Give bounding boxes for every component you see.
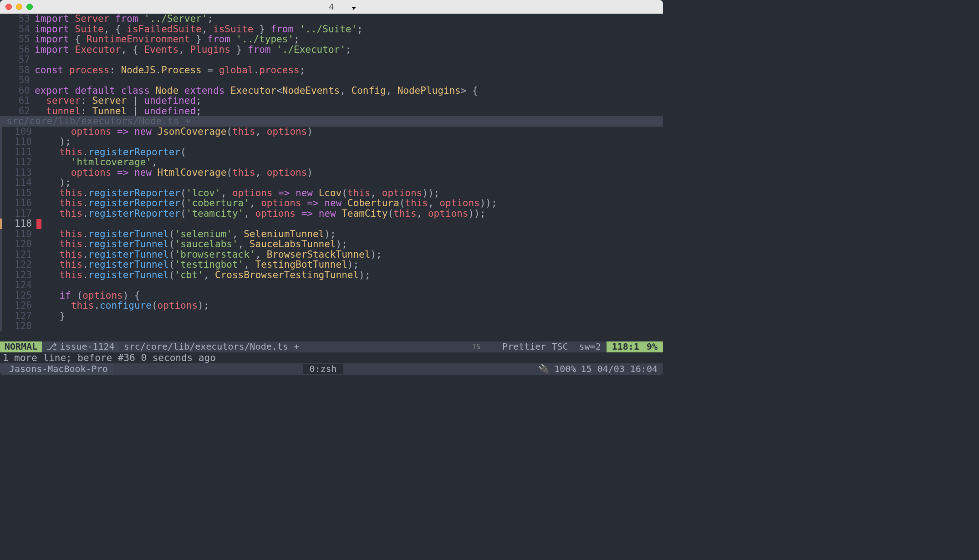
cursor-position: 118:1 [607, 341, 645, 352]
window-title: 4 [329, 2, 334, 11]
code-content[interactable] [36, 219, 663, 229]
code-content[interactable]: this.registerTunnel('browserstack', Brow… [36, 249, 663, 260]
code-content[interactable] [36, 321, 663, 331]
code-line[interactable]: 117 this.registerReporter('teamcity', op… [0, 209, 663, 219]
code-content[interactable]: import Server from '../Server'; [35, 14, 663, 24]
line-number: 128 [2, 321, 36, 331]
filetype-indicator: TS [467, 341, 486, 352]
code-content[interactable]: } [36, 311, 663, 321]
code-line[interactable]: 123 this.registerTunnel('cbt', CrossBrow… [0, 270, 663, 280]
line-number: 56 [0, 45, 35, 55]
editor-area[interactable]: 53import Server from '../Server';54impor… [0, 14, 663, 341]
code-content[interactable]: this.registerReporter('lcov', options =>… [36, 188, 663, 199]
code-content[interactable]: this.registerTunnel('selenium', Selenium… [36, 229, 663, 239]
line-number: 125 [2, 290, 36, 301]
close-icon[interactable] [5, 4, 12, 10]
code-line[interactable]: 121 this.registerTunnel('browserstack', … [0, 249, 663, 260]
line-number: 126 [2, 300, 36, 311]
code-line[interactable]: 127 } [0, 311, 663, 321]
file-path: src/core/lib/executors/Node.ts + [119, 341, 304, 352]
split-bottom[interactable]: 109 options => new JsonCoverage(this, op… [0, 127, 663, 331]
code-line[interactable]: 61 server: Server | undefined; [0, 96, 663, 106]
code-content[interactable]: this.registerTunnel('testingbot', Testin… [36, 260, 663, 270]
line-number: 113 [2, 168, 36, 178]
command-line[interactable]: 1 more line; before #36 0 seconds ago [0, 352, 663, 363]
code-content[interactable]: options => new HtmlCoverage(this, option… [36, 168, 663, 178]
battery-percent: 100% [554, 364, 576, 374]
datetime: 15 04/03 16:04 [581, 364, 658, 374]
tmux-statusline: Jasons-MacBook-Pro 0:zsh 🔌 100% 15 04/03… [0, 363, 663, 375]
code-content[interactable]: 'htmlcoverage', [36, 157, 663, 168]
hostname: Jasons-MacBook-Pro [9, 364, 108, 374]
code-content[interactable]: this.registerReporter('cobertura', optio… [36, 198, 663, 209]
code-content[interactable]: this.configure(options); [36, 300, 663, 311]
linter-tools: Prettier TSC [497, 341, 574, 352]
code-content[interactable] [35, 75, 663, 86]
code-line[interactable]: 125 if (options) { [0, 290, 663, 301]
code-line[interactable]: 110 ); [0, 137, 663, 147]
code-line[interactable]: 119 this.registerTunnel('selenium', Sele… [0, 229, 663, 239]
zoom-icon[interactable] [26, 4, 33, 10]
code-line[interactable]: 58const process: NodeJS.Process = global… [0, 65, 663, 76]
code-line[interactable]: 116 this.registerReporter('cobertura', o… [0, 198, 663, 209]
code-content[interactable]: options => new JsonCoverage(this, option… [36, 127, 663, 137]
code-content[interactable]: server: Server | undefined; [35, 96, 663, 106]
line-number: 110 [2, 137, 36, 147]
code-content[interactable]: this.registerReporter( [36, 147, 663, 158]
statusline: NORMAL ⎇ issue-1124 src/core/lib/executo… [0, 341, 663, 352]
code-line[interactable]: 111 this.registerReporter( [0, 147, 663, 158]
code-content[interactable]: const process: NodeJS.Process = global.p… [35, 65, 663, 76]
line-number: 117 [2, 209, 36, 219]
code-line[interactable]: 113 options => new HtmlCoverage(this, op… [0, 168, 663, 178]
code-line[interactable]: 60export default class Node extends Exec… [0, 86, 663, 96]
code-line[interactable]: 56import Executor, { Events, Plugins } f… [0, 45, 663, 55]
tmux-window[interactable]: 0:zsh [303, 364, 343, 374]
line-number: 119 [2, 229, 36, 239]
code-line[interactable]: 109 options => new JsonCoverage(this, op… [0, 127, 663, 137]
code-content[interactable]: tunnel: Tunnel | undefined; [35, 106, 663, 117]
code-line[interactable]: 126 this.configure(options); [0, 300, 663, 311]
line-number: 111 [2, 147, 36, 158]
window-bar: src/core/lib/executors/Node.ts + [0, 116, 663, 127]
code-line[interactable]: 128 [0, 321, 663, 331]
line-number: 114 [2, 178, 36, 188]
code-content[interactable]: ); [36, 178, 663, 188]
scroll-percent: 9% [645, 341, 663, 352]
code-line[interactable]: 54import Suite, { isFailedSuite, isSuite… [0, 24, 663, 35]
minimize-icon[interactable] [16, 4, 22, 10]
code-line[interactable]: 59 [0, 75, 663, 86]
code-content[interactable]: if (options) { [36, 290, 663, 301]
code-line[interactable]: 57 [0, 55, 663, 65]
code-line[interactable]: 114 ); [0, 178, 663, 188]
code-line[interactable]: 118 [0, 219, 663, 229]
code-line[interactable]: 112 'htmlcoverage', [0, 157, 663, 168]
traffic-lights [0, 4, 33, 10]
code-content[interactable]: export default class Node extends Execut… [35, 86, 663, 96]
code-line[interactable]: 120 this.registerTunnel('saucelabs', Sau… [0, 239, 663, 249]
code-line[interactable]: 53import Server from '../Server'; [0, 14, 663, 24]
tmux-right: 🔌 100% 15 04/03 16:04 [533, 364, 663, 374]
code-line[interactable]: 62 tunnel: Tunnel | undefined; [0, 106, 663, 117]
code-content[interactable]: this.registerTunnel('cbt', CrossBrowserT… [36, 270, 663, 280]
branch-name: issue-1124 [60, 342, 114, 352]
line-number: 58 [0, 65, 35, 76]
code-content[interactable] [36, 280, 663, 290]
code-line[interactable]: 55import { RuntimeEnvironment } from '..… [0, 34, 663, 45]
code-content[interactable] [35, 55, 663, 65]
code-content[interactable]: import Suite, { isFailedSuite, isSuite }… [35, 24, 663, 35]
split-top[interactable]: 53import Server from '../Server';54impor… [0, 14, 663, 116]
code-line[interactable]: 115 this.registerReporter('lcov', option… [0, 188, 663, 199]
code-content[interactable]: import Executor, { Events, Plugins } fro… [35, 45, 663, 55]
line-number: 59 [0, 75, 35, 86]
code-content[interactable]: ); [36, 137, 663, 147]
code-content[interactable]: import { RuntimeEnvironment } from '../t… [35, 34, 663, 45]
line-number: 122 [2, 260, 36, 270]
code-content[interactable]: this.registerReporter('teamcity', option… [36, 209, 663, 219]
line-number: 116 [2, 198, 36, 209]
code-content[interactable]: this.registerTunnel('saucelabs', SauceLa… [36, 239, 663, 249]
code-line[interactable]: 124 [0, 280, 663, 290]
line-number: 127 [2, 311, 36, 321]
line-number: 120 [2, 239, 36, 249]
code-line[interactable]: 122 this.registerTunnel('testingbot', Te… [0, 260, 663, 270]
git-branch: ⎇ issue-1124 [42, 341, 119, 352]
